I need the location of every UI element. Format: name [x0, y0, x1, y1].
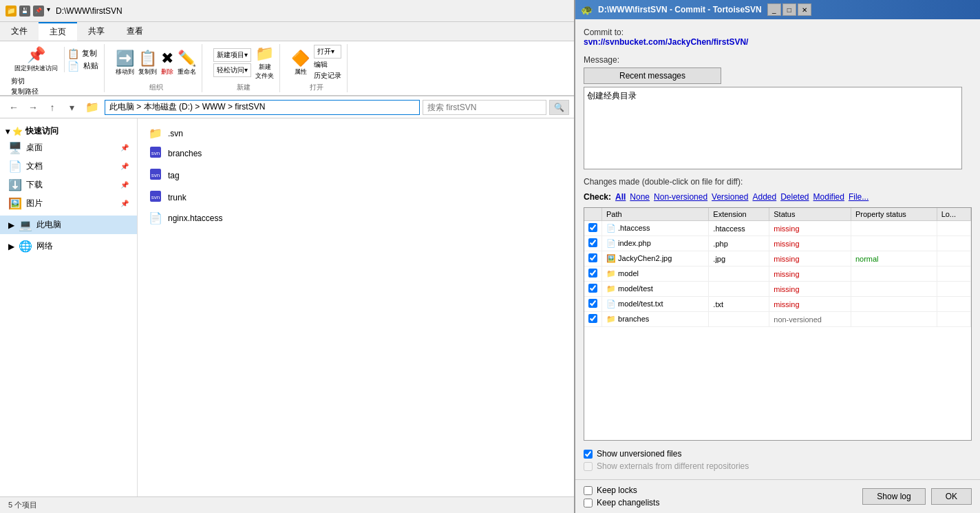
filter-row: Check: All None Non-versioned Versioned …	[584, 192, 972, 202]
sidebar-item-thispc[interactable]: ▶ 💻 此电脑	[0, 216, 137, 234]
nav-up-btn[interactable]: ↑	[44, 99, 61, 116]
row-status-2: missing	[769, 251, 851, 266]
history-btn[interactable]: 历史记录	[314, 71, 341, 81]
commit-to-section: Commit to: svn://svnbucket.com/JackyChen…	[584, 28, 972, 47]
new-item-btn[interactable]: 新建项目▾	[213, 48, 251, 62]
sidebar-item-desktop[interactable]: 🖥️ 桌面 📌	[0, 138, 137, 157]
row-checkbox-1[interactable]	[588, 238, 597, 247]
file-item-htaccess[interactable]: 📄 nginx.htaccess	[143, 209, 569, 227]
tab-home[interactable]: 主页	[39, 22, 77, 41]
row-check-6[interactable]	[584, 312, 602, 327]
copy-btn[interactable]: 📋 复制	[67, 48, 98, 59]
show-log-btn[interactable]: Show log	[862, 488, 925, 505]
row-lock-4	[937, 282, 970, 297]
keep-changelists-checkbox[interactable]	[584, 499, 593, 507]
table-row[interactable]: 📄 .htaccess .htaccess missing	[584, 221, 971, 236]
row-lock-2	[937, 251, 970, 266]
title-dropdown[interactable]: ▾	[47, 6, 50, 17]
table-row[interactable]: 📁 branches non-versioned	[584, 312, 971, 327]
folder-svn-icon: 📁	[149, 127, 162, 140]
move-to-btn[interactable]: ➡️ 移动到	[116, 50, 134, 76]
edit-btn[interactable]: 编辑	[314, 60, 341, 70]
keep-changelists-check[interactable]: Keep changelists	[584, 498, 857, 507]
properties-btn[interactable]: 🔶 属性	[291, 50, 310, 76]
table-row[interactable]: 📄 model/test.txt .txt missing	[584, 297, 971, 312]
filter-file[interactable]: File...	[849, 192, 869, 202]
row-propstatus-2: normal	[851, 251, 937, 266]
filter-deleted[interactable]: Deleted	[780, 192, 809, 202]
copy-to-btn[interactable]: 📋 复制到	[138, 50, 157, 76]
rename-btn[interactable]: ✏️ 重命名	[178, 50, 196, 76]
sidebar-item-network[interactable]: ▶ 🌐 网络	[0, 237, 137, 255]
keep-locks-checkbox[interactable]	[584, 486, 593, 495]
row-check-4[interactable]	[584, 282, 602, 297]
docs-pin-icon: 📌	[120, 163, 129, 170]
row-check-5[interactable]	[584, 297, 602, 312]
address-bar: ← → ↑ ▾ 📁 此电脑 > 本地磁盘 (D:) > WWW > firstS…	[0, 96, 575, 118]
show-unversioned-check[interactable]: Show unversioned files	[584, 449, 972, 459]
row-extension-2: .jpg	[709, 251, 769, 266]
row-check-3[interactable]	[584, 266, 602, 282]
title-icon-3: 📌	[33, 6, 44, 17]
nav-recent-btn[interactable]: ▾	[63, 99, 80, 116]
file-item-tag[interactable]: svn tag	[143, 165, 569, 187]
tab-view[interactable]: 查看	[116, 22, 154, 41]
recent-messages-btn[interactable]: Recent messages	[584, 67, 721, 84]
search-btn[interactable]: 🔍	[549, 100, 569, 115]
nav-back-btn[interactable]: ←	[6, 99, 22, 116]
pin-to-quickaccess-btn[interactable]: 📌 固定到快速访问	[11, 44, 61, 75]
table-row[interactable]: 🖼️ JackyChen2.jpg .jpg missing normal	[584, 251, 971, 266]
sidebar-item-docs[interactable]: 📄 文档 📌	[0, 157, 137, 176]
row-check-2[interactable]	[584, 251, 602, 266]
tab-file[interactable]: 文件	[0, 22, 39, 41]
filter-modified[interactable]: Modified	[813, 192, 844, 202]
nav-forward-btn[interactable]: →	[25, 99, 41, 116]
filter-label: Check:	[584, 192, 611, 202]
row-check-1[interactable]	[584, 236, 602, 251]
ok-btn[interactable]: OK	[931, 488, 972, 505]
easy-access-btn[interactable]: 轻松访问▾	[213, 63, 251, 77]
svn-trunk-icon: svn	[149, 189, 162, 206]
table-row[interactable]: 📁 model missing	[584, 266, 971, 282]
search-input[interactable]	[423, 100, 546, 115]
sidebar-item-pictures[interactable]: 🖼️ 图片 📌	[0, 194, 137, 213]
new-folder-btn[interactable]: 📁 新建 文件夹	[255, 45, 274, 81]
changes-label: Changes made (double-click on file for d…	[584, 177, 972, 187]
file-item-trunk[interactable]: svn trunk	[143, 187, 569, 209]
changes-table-container[interactable]: Path Extension Status Property status Lo…	[584, 207, 972, 441]
message-textarea[interactable]	[584, 87, 962, 169]
filter-added[interactable]: Added	[752, 192, 776, 202]
address-input[interactable]: 此电脑 > 本地磁盘 (D:) > WWW > firstSVN	[105, 100, 420, 115]
dialog-minimize-btn[interactable]: _	[767, 3, 781, 16]
file-item-branches[interactable]: svn branches	[143, 143, 569, 165]
sidebar-header-quickaccess[interactable]: ▾ ⭐ 快速访问	[0, 124, 137, 138]
table-row[interactable]: 📄 index.php .php missing	[584, 236, 971, 251]
keep-changelists-label: Keep changelists	[597, 498, 659, 507]
dialog-maximize-btn[interactable]: □	[782, 3, 796, 16]
dialog-close-btn[interactable]: ✕	[798, 3, 811, 16]
row-check-0[interactable]	[584, 221, 602, 236]
row-checkbox-6[interactable]	[588, 314, 597, 323]
row-checkbox-3[interactable]	[588, 269, 597, 278]
filter-none[interactable]: None	[630, 192, 650, 202]
filter-non-versioned[interactable]: Non-versioned	[654, 192, 707, 202]
row-checkbox-2[interactable]	[588, 253, 597, 262]
tab-share[interactable]: 共享	[77, 22, 116, 41]
row-checkbox-4[interactable]	[588, 284, 597, 293]
open-btn[interactable]: 打开▾	[314, 45, 341, 59]
copy-path-btn[interactable]: 复制路径	[11, 87, 52, 96]
paste-btn[interactable]: 📄 粘贴	[67, 61, 98, 72]
folder-icon: 📁	[85, 101, 99, 114]
filter-versioned[interactable]: Versioned	[712, 192, 748, 202]
row-checkbox-0[interactable]	[588, 223, 597, 232]
row-status-0: missing	[769, 221, 851, 236]
keep-locks-check[interactable]: Keep locks	[584, 485, 857, 495]
file-item-svn[interactable]: 📁 .svn	[143, 124, 569, 143]
delete-btn[interactable]: ✖ 删除	[161, 50, 173, 76]
row-checkbox-5[interactable]	[588, 299, 597, 308]
filter-all[interactable]: All	[615, 192, 626, 202]
show-unversioned-checkbox[interactable]	[584, 450, 593, 459]
table-row[interactable]: 📁 model/test missing	[584, 282, 971, 297]
cut-btn[interactable]: 剪切	[11, 76, 52, 86]
sidebar-item-downloads[interactable]: ⬇️ 下载 📌	[0, 176, 137, 194]
